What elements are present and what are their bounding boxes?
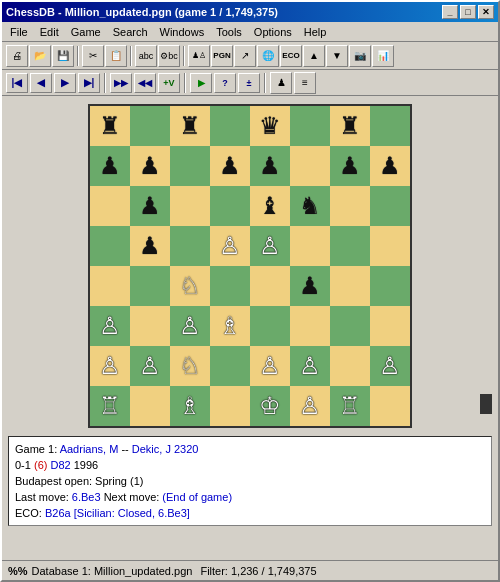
fast-forward-button[interactable]: ▶▶	[110, 73, 132, 93]
menu-options[interactable]: Options	[248, 24, 298, 40]
cell-4-6[interactable]	[330, 266, 370, 306]
cell-1-4[interactable]: ♟	[250, 146, 290, 186]
cell-0-0[interactable]: ♜	[90, 106, 130, 146]
eco-button[interactable]: ECO	[280, 45, 302, 67]
cell-4-5[interactable]: ♟	[290, 266, 330, 306]
cell-7-3[interactable]	[210, 386, 250, 426]
globe-button[interactable]: 🌐	[257, 45, 279, 67]
cell-7-5[interactable]: ♙	[290, 386, 330, 426]
cell-5-7[interactable]	[370, 306, 410, 346]
cell-0-7[interactable]	[370, 106, 410, 146]
cell-3-4[interactable]: ♙	[250, 226, 290, 266]
print-button[interactable]: 🖨	[6, 45, 28, 67]
cell-2-4[interactable]: ♝	[250, 186, 290, 226]
cell-2-2[interactable]	[170, 186, 210, 226]
cell-7-6[interactable]: ♖	[330, 386, 370, 426]
cell-2-1[interactable]: ♟	[130, 186, 170, 226]
cell-6-5[interactable]: ♙	[290, 346, 330, 386]
cell-2-6[interactable]	[330, 186, 370, 226]
arrow-button[interactable]: ↗	[234, 45, 256, 67]
settings-button[interactable]: ⚙bc	[158, 45, 180, 67]
cell-7-2[interactable]: ♗	[170, 386, 210, 426]
scrollbar-indicator[interactable]	[480, 394, 492, 414]
cut-button[interactable]: ✂	[82, 45, 104, 67]
cell-3-0[interactable]	[90, 226, 130, 266]
cell-6-6[interactable]	[330, 346, 370, 386]
score-button[interactable]: ±	[238, 73, 260, 93]
cell-2-0[interactable]	[90, 186, 130, 226]
cell-4-4[interactable]	[250, 266, 290, 306]
cell-7-1[interactable]	[130, 386, 170, 426]
photo-button[interactable]: 📷	[349, 45, 371, 67]
cell-6-1[interactable]: ♙	[130, 346, 170, 386]
cell-5-6[interactable]	[330, 306, 370, 346]
cell-1-6[interactable]: ♟	[330, 146, 370, 186]
open-button[interactable]: 📂	[29, 45, 51, 67]
board-button[interactable]: ♟♙	[188, 45, 210, 67]
play-button[interactable]: ▶	[190, 73, 212, 93]
cell-7-7[interactable]	[370, 386, 410, 426]
cell-2-3[interactable]	[210, 186, 250, 226]
cell-5-1[interactable]	[130, 306, 170, 346]
cell-3-3[interactable]: ♙	[210, 226, 250, 266]
cell-2-5[interactable]: ♞	[290, 186, 330, 226]
last-game-button[interactable]: ▶|	[78, 73, 100, 93]
cell-0-2[interactable]: ♜	[170, 106, 210, 146]
cell-5-5[interactable]	[290, 306, 330, 346]
cell-4-3[interactable]	[210, 266, 250, 306]
cell-1-5[interactable]	[290, 146, 330, 186]
up-button[interactable]: ▲	[303, 45, 325, 67]
cell-1-0[interactable]: ♟	[90, 146, 130, 186]
chess-board[interactable]: ♜♜♛♜♟♟♟♟♟♟♟♝♞♟♙♙♘♟♙♙♗♙♙♘♙♙♙♖♗♔♙♖	[88, 104, 412, 428]
menu-windows[interactable]: Windows	[154, 24, 211, 40]
cell-6-0[interactable]: ♙	[90, 346, 130, 386]
table-button[interactable]: 📊	[372, 45, 394, 67]
cell-5-0[interactable]: ♙	[90, 306, 130, 346]
board-view-button[interactable]: ♟	[270, 72, 292, 94]
menu-help[interactable]: Help	[298, 24, 333, 40]
cell-4-0[interactable]	[90, 266, 130, 306]
cell-7-4[interactable]: ♔	[250, 386, 290, 426]
variation-button[interactable]: +V	[158, 73, 180, 93]
cell-0-3[interactable]	[210, 106, 250, 146]
cell-0-4[interactable]: ♛	[250, 106, 290, 146]
cell-6-4[interactable]: ♙	[250, 346, 290, 386]
cell-4-7[interactable]	[370, 266, 410, 306]
cell-1-3[interactable]: ♟	[210, 146, 250, 186]
cell-5-2[interactable]: ♙	[170, 306, 210, 346]
menu-game[interactable]: Game	[65, 24, 107, 40]
cell-7-0[interactable]: ♖	[90, 386, 130, 426]
cell-3-2[interactable]	[170, 226, 210, 266]
down-button[interactable]: ▼	[326, 45, 348, 67]
cell-0-1[interactable]	[130, 106, 170, 146]
cell-4-2[interactable]: ♘	[170, 266, 210, 306]
pgn-button[interactable]: PGN	[211, 45, 233, 67]
cell-0-5[interactable]	[290, 106, 330, 146]
hint-button[interactable]: ?	[214, 73, 236, 93]
move-list-button[interactable]: ≡	[294, 72, 316, 94]
save-button[interactable]: 💾	[52, 45, 74, 67]
cell-5-3[interactable]: ♗	[210, 306, 250, 346]
cell-1-7[interactable]: ♟	[370, 146, 410, 186]
close-button[interactable]: ✕	[478, 5, 494, 19]
cell-1-2[interactable]	[170, 146, 210, 186]
cell-4-1[interactable]	[130, 266, 170, 306]
copy-button[interactable]: 📋	[105, 45, 127, 67]
cell-0-6[interactable]: ♜	[330, 106, 370, 146]
cell-3-7[interactable]	[370, 226, 410, 266]
menu-search[interactable]: Search	[107, 24, 154, 40]
next-game-button[interactable]: ▶	[54, 73, 76, 93]
cell-3-5[interactable]	[290, 226, 330, 266]
minimize-button[interactable]: _	[442, 5, 458, 19]
menu-tools[interactable]: Tools	[210, 24, 248, 40]
cell-3-6[interactable]	[330, 226, 370, 266]
cell-3-1[interactable]: ♟	[130, 226, 170, 266]
cell-6-7[interactable]: ♙	[370, 346, 410, 386]
menu-edit[interactable]: Edit	[34, 24, 65, 40]
prev-game-button[interactable]: ◀	[30, 73, 52, 93]
cell-6-2[interactable]: ♘	[170, 346, 210, 386]
cell-5-4[interactable]	[250, 306, 290, 346]
rewind-button[interactable]: ◀◀	[134, 73, 156, 93]
first-game-button[interactable]: |◀	[6, 73, 28, 93]
cell-6-3[interactable]	[210, 346, 250, 386]
